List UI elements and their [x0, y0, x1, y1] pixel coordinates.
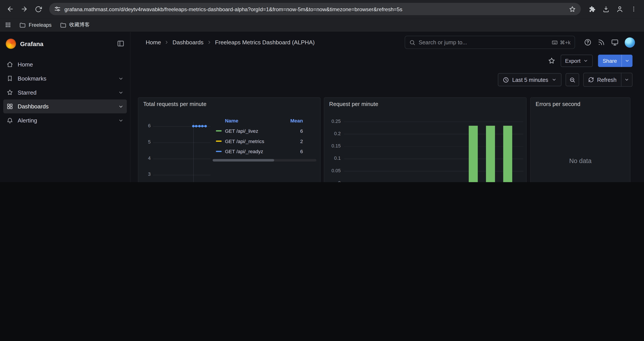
panel-title[interactable]: Request per minute [329, 101, 378, 107]
y-tick: 0.25 [326, 119, 341, 124]
search-input[interactable] [419, 39, 548, 46]
forward-icon[interactable] [18, 3, 30, 15]
browser-menu-icon[interactable] [628, 3, 640, 15]
y-tick: 0.15 [326, 144, 341, 148]
refresh-main[interactable]: Refresh [584, 73, 621, 86]
sidebar-item-dashboards[interactable]: Dashboards [3, 99, 127, 113]
chevron-right-icon [207, 40, 212, 45]
share-button[interactable]: Share [598, 55, 632, 67]
chevron-down-icon[interactable] [118, 104, 124, 109]
time-range-picker[interactable]: Last 5 minutes [498, 73, 561, 86]
chevron-down-icon[interactable] [118, 90, 124, 95]
legend-col-name[interactable]: Name [225, 118, 277, 124]
series-color-green [216, 130, 222, 132]
bell-icon [6, 117, 13, 124]
brand-row: Grafana [0, 33, 130, 54]
legend-scrollbar[interactable] [212, 159, 316, 162]
user-avatar[interactable] [625, 37, 635, 47]
sidebar-collapse-icon[interactable] [117, 40, 124, 47]
main-area: Home Dashboards Freeleaps Metrics Dashbo… [130, 32, 644, 182]
keyboard-icon [552, 39, 558, 46]
search-shortcut: ⌘+k [552, 39, 570, 46]
grafana-header: Home Dashboards Freeleaps Metrics Dashbo… [130, 32, 644, 53]
breadcrumb: Home Dashboards Freeleaps Metrics Dashbo… [146, 39, 315, 46]
gridlines [344, 122, 523, 182]
legend-col-mean[interactable]: Mean [277, 118, 303, 124]
sidebar-nav: Home Bookmarks Starred Dashboards [0, 54, 130, 127]
chevron-down-icon[interactable] [118, 76, 124, 81]
refresh-button[interactable]: Refresh [583, 73, 632, 87]
data-point[interactable] [195, 125, 197, 127]
legend-row[interactable]: GET /api/_metrics 2 [212, 136, 316, 146]
breadcrumb-dashboards[interactable]: Dashboards [172, 39, 204, 46]
sidebar-item-label: Alerting [18, 117, 114, 124]
legend-row[interactable]: GET /api/_readyz 6 [212, 146, 316, 157]
export-button[interactable]: Export [560, 55, 593, 67]
reload-icon[interactable] [32, 3, 44, 15]
browser-toolbar: grafana.mathmast.com/d/deytv4rwavabkb/fr… [0, 0, 644, 18]
url-text[interactable]: grafana.mathmast.com/d/deytv4rwavabkb/fr… [64, 6, 565, 12]
time-gridline [193, 122, 194, 182]
panel-title[interactable]: Total requests per minute [143, 101, 207, 107]
home-icon [6, 61, 13, 68]
grafana-logo[interactable] [6, 38, 16, 49]
y-tick: 3 [141, 172, 150, 177]
y-tick: 0.1 [326, 156, 341, 161]
breadcrumb-home[interactable]: Home [146, 39, 161, 46]
data-point[interactable] [198, 125, 200, 127]
chevron-down-icon [583, 58, 588, 63]
y-tick: 0 [326, 180, 341, 182]
site-info-icon[interactable] [54, 6, 61, 12]
refresh-interval-caret[interactable] [621, 73, 632, 86]
scrollbar-thumb[interactable] [212, 159, 274, 162]
refresh-label: Refresh [597, 77, 616, 83]
extensions-icon[interactable] [586, 3, 598, 15]
bookmark-folder-freeleaps[interactable]: Freeleaps [19, 22, 52, 28]
series-color-blue [216, 151, 222, 152]
bar-2xx[interactable] [486, 126, 495, 182]
share-menu-caret[interactable] [622, 55, 632, 67]
data-point[interactable] [192, 125, 194, 127]
news-rss-icon[interactable] [598, 39, 605, 46]
search-box[interactable]: ⌘+k [405, 36, 575, 49]
chevron-right-icon [164, 40, 169, 45]
bar-2xx[interactable] [503, 126, 512, 182]
breadcrumb-current[interactable]: Freeleaps Metrics Dashboard (ALPHA) [215, 39, 315, 46]
chevron-down-icon [624, 77, 629, 82]
display-kiosk-icon[interactable] [611, 39, 618, 46]
y-tick: 0.2 [326, 131, 341, 136]
sidebar-item-home[interactable]: Home [3, 58, 127, 72]
sidebar-item-alerting[interactable]: Alerting [3, 113, 127, 128]
sidebar-item-label: Bookmarks [18, 75, 114, 82]
apps-grid-icon[interactable] [5, 22, 11, 28]
dashboard-actions-row: Export Share [130, 53, 644, 69]
sidebar-item-bookmarks[interactable]: Bookmarks [3, 72, 127, 86]
data-point[interactable] [201, 125, 204, 127]
chevron-down-icon[interactable] [118, 118, 124, 123]
back-icon[interactable] [4, 3, 16, 15]
profile-icon[interactable] [614, 3, 626, 15]
legend-row[interactable]: GET /api/_livez 6 [212, 126, 316, 136]
sidebar-item-starred[interactable]: Starred [3, 85, 127, 99]
help-icon[interactable] [584, 39, 592, 46]
data-point[interactable] [204, 125, 207, 127]
export-label: Export [565, 58, 580, 64]
screenshot-root: grafana.mathmast.com/d/deytv4rwavabkb/fr… [0, 0, 644, 182]
time-range-label: Last 5 minutes [512, 77, 548, 83]
bookmarks-bar: Freeleaps 收藏博客 [0, 18, 644, 32]
address-bar[interactable]: grafana.mathmast.com/d/deytv4rwavabkb/fr… [49, 3, 581, 15]
star-icon [6, 89, 13, 96]
bookmark-folder-blog[interactable]: 收藏博客 [60, 21, 90, 28]
no-data-label: No data [531, 157, 630, 165]
favorite-star-icon[interactable] [548, 57, 555, 65]
y-tick: 6 [141, 123, 150, 128]
downloads-icon[interactable] [600, 3, 612, 15]
zoom-out-button[interactable] [566, 73, 579, 86]
bookmark-label: 收藏博客 [69, 21, 90, 28]
bookmark-star-icon[interactable] [569, 6, 576, 13]
panel-title[interactable]: Errors per second [536, 101, 580, 107]
panel-request-per-minute: Request per minute 0.25 0.2 0.15 0.1 0.0… [324, 97, 526, 182]
bar-2xx[interactable] [469, 126, 478, 182]
sidebar-item-label: Dashboards [18, 103, 114, 110]
brand-name: Grafana [20, 40, 113, 47]
